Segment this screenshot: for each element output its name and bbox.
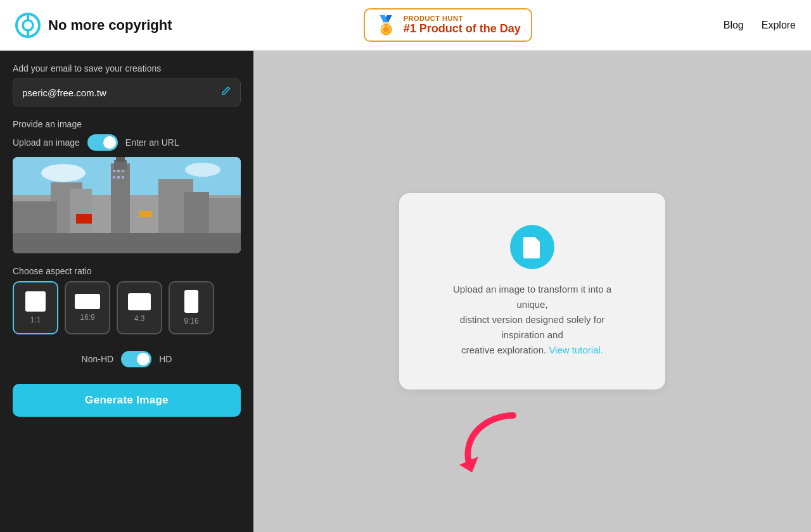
app-title: No more copyright — [48, 17, 172, 34]
svg-point-1 — [23, 20, 33, 30]
email-section-label: Add your email to save your creations — [13, 63, 241, 73]
image-section: Provide an image Upload an image Enter a… — [13, 119, 241, 253]
aspect-btn-16-9[interactable]: 16:9 — [65, 281, 110, 334]
svg-rect-9 — [113, 170, 115, 172]
svg-rect-13 — [117, 176, 120, 179]
product-hunt-badge[interactable]: 🏅 PRODUCT HUNT #1 Product of the Day — [364, 8, 532, 42]
main-content: Upload an image to transform it into a u… — [253, 51, 811, 532]
shape-4-3 — [128, 293, 151, 310]
hd-toggle[interactable] — [121, 351, 151, 367]
shape-16-9 — [75, 294, 100, 309]
main-layout: Add your email to save your creations Pr… — [0, 51, 811, 532]
arrow-svg — [450, 409, 526, 472]
document-icon — [522, 236, 542, 258]
svg-rect-12 — [113, 176, 115, 179]
upload-icon-circle — [510, 225, 554, 269]
email-input[interactable] — [22, 87, 215, 98]
svg-marker-26 — [459, 457, 478, 472]
svg-rect-11 — [122, 170, 124, 172]
hd-toggle-thumb — [137, 353, 150, 365]
edit-icon[interactable] — [220, 86, 231, 99]
aspect-label-4-3: 4:3 — [134, 314, 145, 323]
image-preview[interactable] — [13, 157, 241, 253]
svg-rect-23 — [139, 211, 152, 217]
svg-rect-22 — [76, 214, 92, 224]
image-source-toggle-row: Upload an image Enter an URL — [13, 134, 241, 151]
svg-rect-6 — [111, 163, 130, 239]
shape-1-1 — [25, 291, 46, 312]
aspect-btn-4-3[interactable]: 4:3 — [117, 281, 162, 334]
medal-icon: 🏅 — [375, 15, 397, 35]
upload-label: Upload an image — [13, 137, 80, 148]
aspect-label-16-9: 16:9 — [80, 313, 94, 322]
image-source-toggle[interactable] — [87, 134, 118, 151]
cityscape-image — [13, 157, 241, 253]
url-label: Enter an URL — [125, 137, 179, 148]
aspect-btn-1-1[interactable]: 1:1 — [13, 281, 58, 334]
app-logo-icon — [15, 13, 41, 38]
aspect-section-label: Choose aspect ratio — [13, 266, 241, 276]
aspect-ratio-grid: 1:1 16:9 4:3 9:16 — [13, 281, 241, 334]
logo-area: No more copyright — [15, 13, 172, 38]
svg-point-24 — [41, 164, 86, 182]
arrow-annotation — [450, 409, 526, 475]
shape-9-16 — [184, 290, 198, 313]
svg-rect-14 — [122, 176, 124, 179]
aspect-ratio-section: Choose aspect ratio 1:1 16:9 4:3 9:16 — [13, 266, 241, 334]
email-section: Add your email to save your creations — [13, 63, 241, 106]
image-preview-inner — [13, 157, 241, 253]
blog-link[interactable]: Blog — [724, 20, 744, 31]
email-input-wrapper[interactable] — [13, 79, 241, 106]
sidebar: Add your email to save your creations Pr… — [0, 51, 253, 532]
generate-button[interactable]: Generate Image — [13, 384, 241, 417]
svg-rect-21 — [13, 233, 241, 253]
aspect-btn-9-16[interactable]: 9:16 — [169, 281, 214, 334]
view-tutorial-link[interactable]: View tutorial. — [549, 345, 603, 355]
non-hd-label: Non-HD — [82, 354, 114, 364]
svg-rect-8 — [116, 157, 125, 162]
svg-rect-10 — [117, 170, 120, 172]
main-header: No more copyright 🏅 PRODUCT HUNT #1 Prod… — [0, 0, 811, 51]
toggle-thumb — [103, 136, 116, 149]
aspect-label-9-16: 9:16 — [184, 317, 198, 326]
ph-text: PRODUCT HUNT #1 Product of the Day — [404, 15, 521, 35]
header-nav: Blog Explore — [724, 20, 796, 31]
aspect-label-1-1: 1:1 — [30, 315, 41, 324]
image-section-label: Provide an image — [13, 119, 241, 129]
hd-label: HD — [159, 354, 172, 364]
explore-link[interactable]: Explore — [762, 20, 796, 31]
upload-card: Upload an image to transform it into a u… — [399, 193, 665, 390]
svg-point-25 — [185, 163, 220, 177]
upload-card-description: Upload an image to transform it into a u… — [437, 282, 627, 358]
hd-toggle-row: Non-HD HD — [13, 347, 241, 371]
